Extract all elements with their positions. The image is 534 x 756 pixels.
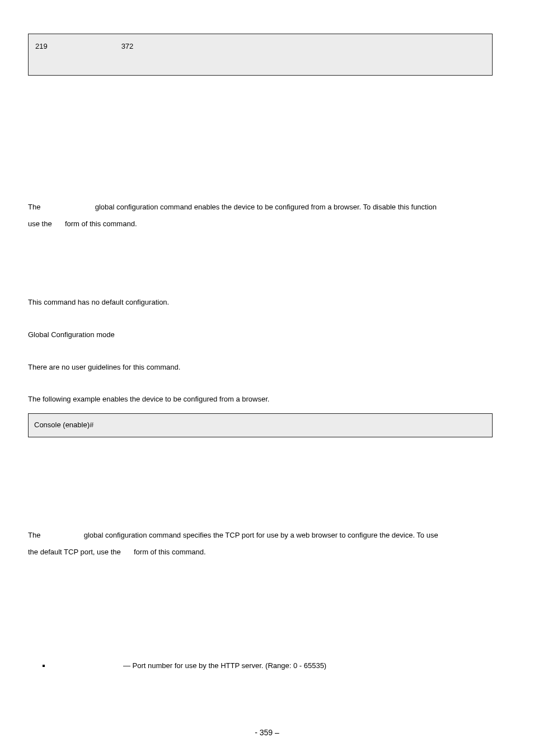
text-line2: form of this command. [65, 220, 137, 228]
code-box-example: Console (enable)# [28, 413, 493, 437]
bullet-row: — Port number for use by the HTTP server… [43, 661, 506, 670]
example-intro: The following example enables the device… [28, 391, 509, 408]
code-box-top: 219 372 [28, 34, 493, 76]
text-line1-2: global configuration command specifies t… [84, 531, 438, 539]
text-line2-2: form of this command. [134, 548, 206, 556]
text-the-2: The [28, 531, 40, 539]
code-text: Console (enable)# [34, 421, 93, 429]
text-default-tcp: the default TCP port, use the [28, 548, 121, 556]
page-number: - 359 – [0, 728, 534, 737]
value-372: 372 [121, 42, 134, 50]
intro-paragraph-2: The global configuration command specifi… [28, 527, 509, 561]
text-the: The [28, 203, 40, 211]
text-usethe: use the [28, 220, 52, 228]
guidelines-text: There are no user guidelines for this co… [28, 359, 509, 376]
intro-paragraph-1: The global configuration command enables… [28, 199, 509, 232]
mode-text: Global Configuration mode [28, 326, 509, 343]
value-219: 219 [35, 42, 119, 50]
bullet-icon [43, 665, 45, 667]
text-line1: global configuration command enables the… [95, 203, 437, 211]
default-config-text: This command has no default configuratio… [28, 294, 509, 311]
bullet-text: — Port number for use by the HTTP server… [123, 661, 326, 670]
